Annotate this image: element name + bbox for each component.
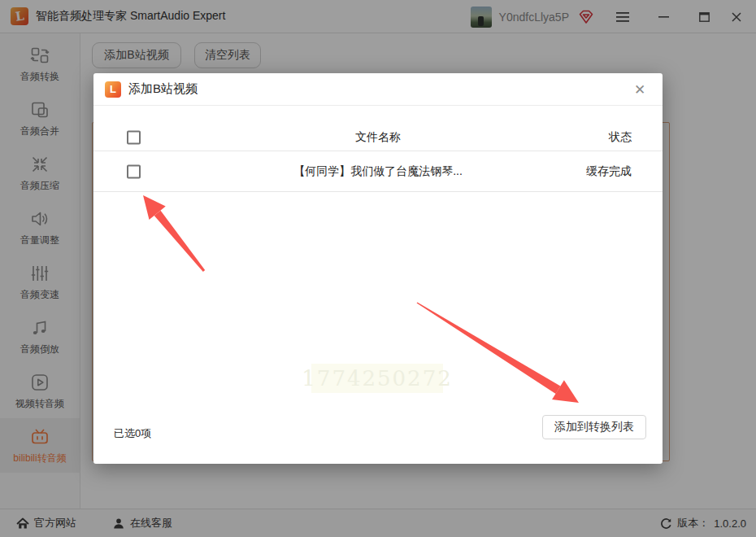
dialog-close-icon[interactable]: ✕ (627, 73, 653, 106)
app-window: L 智能音频处理专家 SmartAudio Expert Y0ndfcLlya5… (0, 0, 756, 537)
dialog-logo-icon: L (105, 81, 121, 98)
dialog-footer: 已选0项 添加到转换列表 (93, 407, 663, 464)
add-to-convert-list-button[interactable]: 添加到转换列表 (542, 415, 646, 439)
row-status: 缓存完成 (586, 151, 632, 191)
select-all-checkbox[interactable] (127, 130, 141, 144)
dialog-header: L 添加B站视频 ✕ (93, 73, 663, 106)
table-header-row: 文件名称 状态 (93, 124, 663, 151)
add-bilibili-video-dialog: L 添加B站视频 ✕ 文件名称 状态 【何同学】我们做了台魔法钢琴... 缓存完… (93, 73, 663, 464)
dialog-title: 添加B站视频 (128, 81, 198, 97)
selected-count-text: 已选0项 (114, 426, 151, 441)
column-header-status: 状态 (609, 124, 632, 151)
table-row: 【何同学】我们做了台魔法钢琴... 缓存完成 (93, 151, 663, 192)
watermark: 1774250272 (311, 364, 443, 393)
column-header-filename: 文件名称 (93, 124, 663, 151)
row-filename: 【何同学】我们做了台魔法钢琴... (93, 151, 663, 191)
row-checkbox[interactable] (127, 164, 141, 178)
